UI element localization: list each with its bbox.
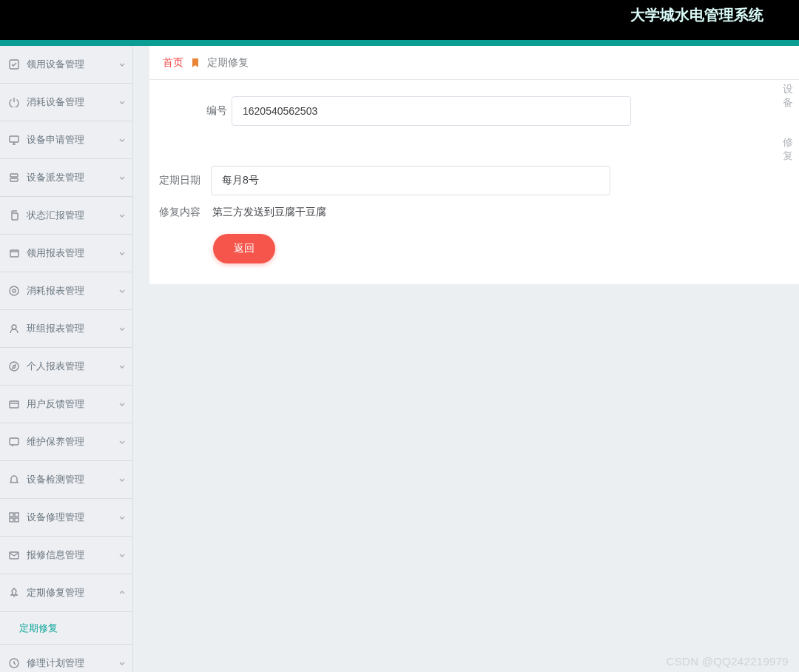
sidebar-item-6[interactable]: 消耗报表管理 <box>0 272 132 310</box>
svg-rect-3 <box>10 178 18 181</box>
chevron-down-icon <box>118 61 126 68</box>
svg-rect-4 <box>12 213 18 220</box>
bell-icon <box>9 474 19 485</box>
mail-icon <box>9 550 19 560</box>
sidebar-item-label: 报修信息管理 <box>27 548 111 562</box>
sidebar-item-3[interactable]: 设备派发管理 <box>0 159 132 197</box>
sidebar-item-1[interactable]: 消耗设备管理 <box>0 84 132 121</box>
sidebar-item-14[interactable]: 定期修复管理 <box>0 574 132 612</box>
card-icon <box>9 399 19 409</box>
check-square-icon <box>9 59 19 70</box>
chevron-down-icon <box>118 212 126 219</box>
sidebar-item-12[interactable]: 设备修理管理 <box>0 499 132 537</box>
chevron-down-icon <box>118 514 126 521</box>
bookmark-icon <box>191 58 200 67</box>
sidebar-item-label: 维护保养管理 <box>27 435 111 448</box>
label-content: 修复内容 <box>159 206 206 219</box>
sidebar-item-4[interactable]: 状态汇报管理 <box>0 197 132 235</box>
sidebar-item-0[interactable]: 领用设备管理 <box>0 46 132 84</box>
user-icon <box>9 323 19 334</box>
compass-icon <box>9 361 19 372</box>
sidebar-item-9[interactable]: 用户反馈管理 <box>0 386 132 423</box>
sidebar-item-label: 设备修理管理 <box>27 511 111 524</box>
folder-icon <box>9 248 19 258</box>
copy-icon <box>9 210 19 221</box>
sidebar-nav: 领用设备管理消耗设备管理设备申请管理设备派发管理状态汇报管理领用报表管理消耗报表… <box>0 46 133 672</box>
chevron-down-icon <box>118 551 126 559</box>
sidebar-item-label: 班组报表管理 <box>27 322 111 335</box>
chevron-down-icon <box>118 136 126 144</box>
pin-icon <box>9 588 19 598</box>
breadcrumb-home[interactable]: 首页 <box>163 56 183 70</box>
monitor-icon <box>9 135 19 145</box>
svg-rect-0 <box>10 60 18 69</box>
message-icon <box>9 437 19 447</box>
power-icon <box>9 97 19 107</box>
sidebar-item-label: 设备申请管理 <box>27 133 111 147</box>
sidebar-item-11[interactable]: 设备检测管理 <box>0 461 132 499</box>
watermark: CSDN @QQ242219979 <box>667 655 789 668</box>
sidebar-item-label: 消耗设备管理 <box>27 95 111 109</box>
svg-point-8 <box>12 325 16 329</box>
sidebar-item-label: 领用报表管理 <box>27 246 111 260</box>
sidebar-item-label: 状态汇报管理 <box>27 209 111 222</box>
sidebar-item-label: 个人报表管理 <box>27 360 111 373</box>
breadcrumb-current: 定期修复 <box>207 56 249 70</box>
svg-rect-2 <box>10 174 18 177</box>
main-content: 首页 定期修复 编号 定期日期 修复内容 第三方发送到豆腐干豆腐 返回 <box>133 46 799 672</box>
chevron-down-icon <box>118 438 126 446</box>
sidebar-item-10[interactable]: 维护保养管理 <box>0 423 132 461</box>
accent-bar <box>0 40 799 46</box>
target-icon <box>9 286 19 296</box>
clock-icon <box>9 658 19 668</box>
sidebar-item-label: 消耗报表管理 <box>27 284 111 298</box>
svg-rect-10 <box>10 401 18 408</box>
sidebar-item-2[interactable]: 设备申请管理 <box>0 121 132 159</box>
chevron-down-icon <box>118 476 126 483</box>
grid-icon <box>9 512 19 523</box>
input-date[interactable] <box>211 166 610 195</box>
sidebar-item-label: 设备派发管理 <box>27 171 111 184</box>
cut-label-device: 设备 <box>783 83 799 110</box>
svg-rect-12 <box>10 513 13 517</box>
value-content: 第三方发送到豆腐干豆腐 <box>211 206 326 219</box>
sidebar-item-7[interactable]: 班组报表管理 <box>0 310 132 348</box>
sidebar-item-8[interactable]: 个人报表管理 <box>0 348 132 386</box>
app-header: 大学城水电管理系统 <box>0 0 799 40</box>
sidebar-sub-item[interactable]: 定期修复 <box>0 612 132 645</box>
sidebar-item-13[interactable]: 报修信息管理 <box>0 537 132 574</box>
breadcrumb: 首页 定期修复 <box>149 46 799 80</box>
label-date: 定期日期 <box>159 174 206 187</box>
sidebar-item-label: 用户反馈管理 <box>27 397 111 411</box>
chevron-down-icon <box>118 400 126 408</box>
cut-off-labels: 设备 修复 <box>783 83 799 163</box>
svg-rect-1 <box>10 136 18 142</box>
label-id: 编号 <box>180 104 227 118</box>
server-icon <box>9 172 19 183</box>
sidebar-item-label: 领用设备管理 <box>27 58 111 71</box>
sidebar-item-label: 修理计划管理 <box>27 656 111 670</box>
chevron-down-icon <box>118 325 126 332</box>
return-button[interactable]: 返回 <box>213 234 275 263</box>
input-id[interactable] <box>232 96 631 126</box>
cut-label-repair: 修复 <box>783 136 799 163</box>
svg-point-9 <box>10 362 18 371</box>
svg-rect-13 <box>15 513 18 517</box>
chevron-down-icon <box>118 98 126 106</box>
chevron-down-icon <box>118 589 126 597</box>
svg-rect-15 <box>15 518 18 522</box>
svg-point-6 <box>10 286 18 295</box>
chevron-down-icon <box>118 659 126 667</box>
sidebar-item-15[interactable]: 修理计划管理 <box>0 645 132 672</box>
chevron-down-icon <box>118 287 126 295</box>
svg-point-7 <box>13 289 16 292</box>
chevron-down-icon <box>118 249 126 257</box>
sidebar-item-5[interactable]: 领用报表管理 <box>0 235 132 272</box>
form-panel: 编号 定期日期 修复内容 第三方发送到豆腐干豆腐 返回 <box>149 80 799 284</box>
sidebar-item-label: 定期修复管理 <box>27 586 111 599</box>
chevron-down-icon <box>118 174 126 181</box>
app-title: 大学城水电管理系统 <box>630 0 763 30</box>
svg-rect-11 <box>10 438 18 445</box>
svg-rect-14 <box>10 518 13 522</box>
sidebar-item-label: 设备检测管理 <box>27 473 111 486</box>
